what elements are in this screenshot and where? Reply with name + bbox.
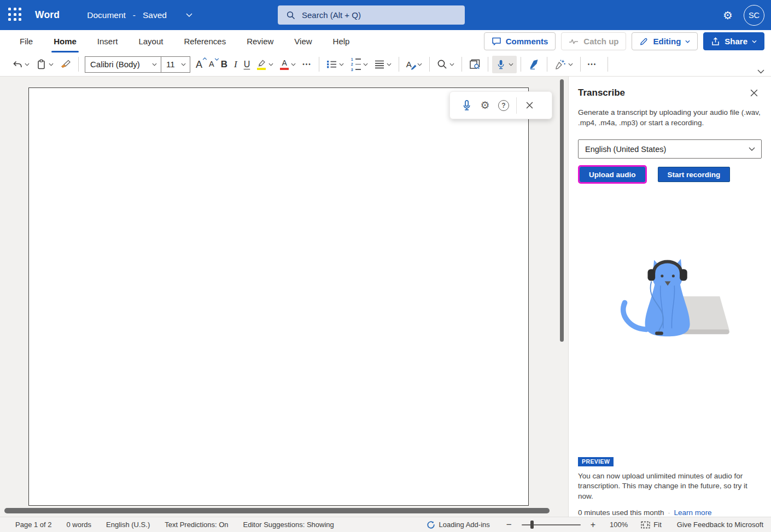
underline-button[interactable]: U [241,56,254,73]
chevron-down-icon [363,63,368,66]
app-launcher-icon[interactable] [8,8,23,22]
zoom-level[interactable]: 100% [610,521,628,529]
floating-mic-button[interactable] [457,96,476,115]
tab-help[interactable]: Help [323,30,360,52]
dictation-close-button[interactable] [520,96,539,115]
dictate-button[interactable] [492,56,517,73]
text-highlight-button[interactable] [253,56,277,73]
alignment-button[interactable] [371,56,395,73]
tab-review[interactable]: Review [236,30,284,52]
paste-button[interactable] [33,56,57,73]
learn-more-link[interactable]: Learn more [674,508,712,517]
dictation-help-button[interactable]: ? [494,96,513,115]
search-pane-button[interactable] [466,56,484,73]
pages-search-icon [469,59,481,70]
underline-icon: U [244,60,250,69]
horizontal-scrollbar[interactable] [4,508,550,513]
addins-status[interactable]: Loading Add-ins [427,521,490,529]
zoom-out-button[interactable]: − [506,520,512,529]
document-page[interactable] [28,87,529,506]
divider [521,57,521,72]
upload-audio-highlight-ring: Upload audio [578,165,647,184]
chevron-down-icon [186,13,192,17]
search-input[interactable]: Search (Alt + Q) [278,5,465,25]
fit-icon [641,521,650,529]
styles-button[interactable]: A [403,56,425,73]
tab-file[interactable]: File [9,30,43,52]
tab-references[interactable]: References [173,30,236,52]
more-font-options-button[interactable]: ••• [299,56,315,73]
tab-label: File [20,37,33,46]
word-count[interactable]: 0 words [67,521,92,529]
collapse-ribbon-chevron-icon[interactable] [757,69,764,74]
font-size-select[interactable]: 11 [161,56,190,73]
proofing-language[interactable]: English (U.S.) [106,521,150,529]
editing-mode-button[interactable]: Editing [632,32,698,50]
bullets-button[interactable] [323,56,347,73]
fit-to-page-button[interactable]: Fit [641,521,661,529]
document-name: Document [87,10,126,20]
share-label: Share [725,37,747,46]
zoom-slider[interactable] [522,521,581,529]
tab-label: Help [333,37,350,46]
rewrite-suggestions-button[interactable] [551,56,576,73]
italic-icon: I [234,59,237,70]
settings-gear-icon[interactable]: ⚙ [723,10,733,21]
italic-button[interactable]: I [231,56,241,73]
document-title[interactable]: Document - Saved [87,10,192,20]
chevron-down-icon [449,63,454,66]
upload-audio-button[interactable]: Upload audio [580,167,645,182]
panel-description: Generate a transcript by uploading your … [578,108,762,128]
bold-button[interactable]: B [218,56,231,73]
chevron-down-icon [49,63,54,66]
chevron-down-icon [268,63,273,66]
font-name-select[interactable]: Calibri (Body) [85,56,161,73]
bold-icon: B [221,59,227,70]
start-recording-button[interactable]: Start recording [658,167,731,182]
share-button[interactable]: Share [703,32,764,50]
font-color-button[interactable]: A [277,56,299,73]
catch-up-button[interactable]: Catch up [561,32,626,50]
grow-font-icon: A [196,60,202,69]
comments-button[interactable]: Comments [484,32,556,50]
tab-insert[interactable]: Insert [87,30,128,52]
shrink-font-button[interactable]: A [206,56,218,73]
account-avatar[interactable]: SC [744,5,764,26]
font-color-icon: A [280,59,289,70]
editing-label: Editing [653,37,681,46]
undo-button[interactable] [9,56,33,73]
format-painter-button[interactable] [57,56,74,73]
align-justify-icon [375,60,384,69]
zoom-slider-handle[interactable] [530,521,534,529]
chevron-down-icon [749,147,755,151]
tab-label: Layout [138,37,163,46]
language-value: English (United States) [585,145,666,154]
panel-close-button[interactable] [746,85,762,101]
tab-view[interactable]: View [284,30,322,52]
page-count[interactable]: Page 1 of 2 [15,521,52,529]
tab-layout[interactable]: Layout [128,30,173,52]
editor-suggestions-toggle[interactable]: Editor Suggestions: Showing [243,521,334,529]
transcribe-panel: Transcribe Generate a transcript by uplo… [568,77,771,517]
chevron-down-icon [25,63,30,66]
fit-label: Fit [653,521,661,529]
comments-label: Comments [506,37,548,46]
catch-up-label: Catch up [583,37,618,46]
divider [429,57,430,72]
feedback-link[interactable]: Give Feedback to Microsoft [677,521,763,529]
close-icon [750,89,758,97]
app-header: Word Document - Saved Search (Alt + Q) ⚙… [0,0,771,30]
dictation-settings-button[interactable]: ⚙ [476,96,494,115]
editor-button[interactable] [525,56,543,73]
grow-font-button[interactable]: A [192,56,206,73]
more-commands-button[interactable]: ••• [585,56,600,73]
vertical-scrollbar[interactable] [560,79,564,342]
preview-badge: PREVIEW [578,457,614,466]
text-predictions-toggle[interactable]: Text Predictions: On [165,521,228,529]
tab-home[interactable]: Home [43,30,87,52]
language-select[interactable]: English (United States) [578,139,762,159]
microphone-icon [461,100,472,112]
find-button[interactable] [434,56,458,73]
numbering-button[interactable]: 1 2 3 [347,56,371,73]
zoom-in-button[interactable]: + [591,521,595,529]
